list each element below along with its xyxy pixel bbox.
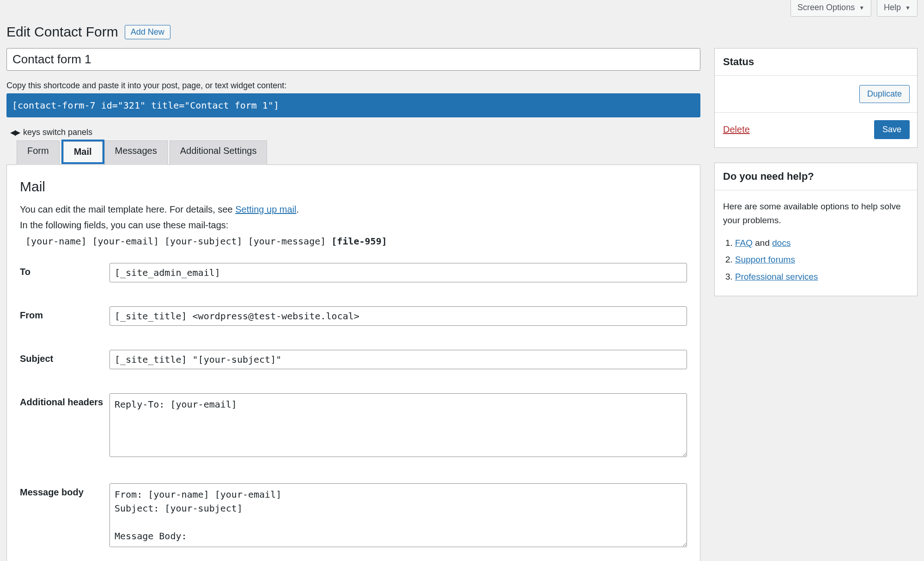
tabs: Form Mail Messages Additional Settings [6,140,700,165]
tab-form[interactable]: Form [17,140,60,165]
message-body-label: Message body [20,483,105,498]
add-new-button[interactable]: Add New [125,25,170,39]
mail-tags: [your-name] [your-email] [your-subject] … [20,233,687,249]
subject-label: Subject [20,350,105,364]
screen-options-button[interactable]: Screen Options ▼ [790,0,871,17]
from-label: From [20,306,105,321]
page-title: Edit Contact Form [6,24,118,40]
help-box-title: Do you need help? [715,163,917,190]
duplicate-button[interactable]: Duplicate [859,85,910,103]
save-button[interactable]: Save [874,120,910,139]
setting-up-mail-link[interactable]: Setting up mail [235,204,296,214]
mail-heading: Mail [20,179,687,195]
mail-desc-1: You can edit the mail template here. For… [20,202,687,217]
professional-services-link[interactable]: Professional services [735,272,818,281]
to-input[interactable] [109,263,687,282]
to-label: To [20,263,105,277]
help-item-services: Professional services [735,270,909,284]
mail-desc-2: In the following fields, you can use the… [20,218,687,232]
shortcode-label: Copy this shortcode and paste it into yo… [6,81,700,91]
additional-headers-textarea[interactable]: Reply-To: [your-email] [109,393,687,457]
help-button[interactable]: Help ▼ [877,0,918,17]
arrows-icon: ◀▶ [10,128,19,137]
faq-link[interactable]: FAQ [735,238,753,248]
help-item-forums: Support forums [735,253,909,267]
support-forums-link[interactable]: Support forums [735,255,795,264]
tab-additional-settings[interactable]: Additional Settings [170,140,267,165]
status-box-title: Status [715,49,917,76]
shortcode-display[interactable] [6,93,700,117]
delete-link[interactable]: Delete [723,124,750,135]
help-box: Do you need help? Here are some availabl… [714,163,918,296]
help-item-faq-docs: FAQ and docs [735,236,909,250]
dropdown-icon: ▼ [905,5,911,11]
subject-input[interactable] [109,350,687,369]
docs-link[interactable]: docs [772,238,790,248]
dropdown-icon: ▼ [859,5,864,11]
status-box: Status Duplicate Delete Save [714,48,918,148]
tab-mail[interactable]: Mail [63,141,103,162]
keys-hint: ◀▶ keys switch panels [10,128,700,137]
help-intro: Here are some available options to help … [723,200,909,228]
mail-panel: Mail You can edit the mail template here… [6,165,700,561]
message-body-textarea[interactable]: From: [your-name] [your-email] Subject: … [109,483,687,547]
additional-headers-label: Additional headers [20,393,105,408]
tab-messages[interactable]: Messages [104,140,168,165]
from-input[interactable] [109,306,687,326]
form-title-input[interactable] [6,48,700,71]
